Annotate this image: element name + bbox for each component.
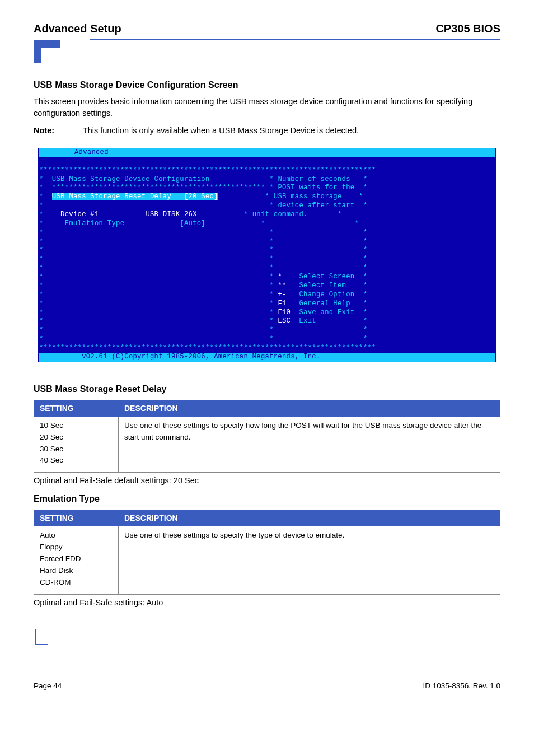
bios-config-title: USB Mass Storage Device Configuration: [52, 175, 210, 183]
section-intro: This screen provides basic information c…: [34, 96, 500, 119]
header-right: CP305 BIOS: [435, 22, 500, 35]
bios-help-2: POST waits for the: [278, 184, 354, 192]
col-description: Description: [119, 400, 500, 416]
note-label: Note:: [34, 126, 81, 135]
note: Note: This function is only available wh…: [34, 126, 500, 135]
bios-tab-advanced: Advanced: [73, 148, 110, 156]
bios-emulation-row[interactable]: Emulation Type [Auto]: [65, 220, 205, 227]
list-item: Forced FDD: [40, 553, 113, 565]
page-footer: Page 44 ID 1035-8356, Rev. 1.0: [34, 682, 500, 690]
svg-rect-1: [41, 48, 67, 69]
bios-device-value: USB DISK 26X: [146, 211, 196, 218]
list-item: 20 Sec: [40, 432, 113, 444]
list-item: 30 Sec: [40, 444, 113, 455]
emulation-settings-cell: Auto Floppy Forced FDD Hard Disk CD-ROM: [34, 526, 119, 595]
list-item: 40 Sec: [40, 455, 113, 466]
bios-help-1: Number of seconds: [278, 175, 350, 183]
header-left: Advanced Setup: [34, 22, 121, 35]
table-reset-delay: Setting Description 10 Sec 20 Sec 30 Sec…: [34, 400, 500, 473]
footer-corner-icon: [34, 629, 500, 648]
table-emulation: Setting Description Auto Floppy Forced F…: [34, 510, 500, 595]
emulation-desc-cell: Use one of these settings to specify the…: [119, 526, 500, 595]
list-item: 10 Sec: [40, 420, 113, 432]
col-description: Description: [119, 510, 500, 526]
reset-delay-desc-cell: Use one of these settings to specify how…: [119, 416, 500, 473]
bios-help-5: unit command.: [252, 211, 308, 218]
bios-device-label: Device #1: [60, 211, 99, 218]
reset-delay-default: Optimal and Fail-Safe default settings: …: [34, 476, 500, 485]
bios-help-3: USB mass storage: [274, 193, 342, 200]
doc-id: ID 1035-8356, Rev. 1.0: [423, 682, 500, 690]
col-setting: Setting: [34, 510, 119, 526]
page-number: Page 44: [34, 682, 62, 690]
section-title-reset-delay: USB Mass Storage Reset Delay: [34, 384, 500, 394]
list-item: Hard Disk: [40, 565, 113, 577]
section-title-emulation: Emulation Type: [34, 494, 500, 504]
list-item: Auto: [40, 530, 113, 542]
bios-help-4: device after start: [278, 202, 354, 209]
brand-logo: [34, 40, 500, 69]
list-item: CD-ROM: [40, 577, 113, 589]
emulation-default: Optimal and Fail-Safe settings: Auto: [34, 598, 500, 607]
reset-delay-settings-cell: 10 Sec 20 Sec 30 Sec 40 Sec: [34, 416, 119, 473]
section-title-config: USB Mass Storage Device Configuration Sc…: [34, 80, 500, 90]
col-setting: Setting: [34, 400, 119, 416]
bios-screen: Advanced *******************************…: [38, 148, 496, 362]
page-header: Advanced Setup CP305 BIOS: [34, 22, 500, 36]
note-text: This function is only available when a U…: [83, 126, 359, 135]
bios-copyright: v02.61 (C)Copyright 1985-2006, American …: [82, 353, 320, 361]
list-item: Floppy: [40, 542, 113, 553]
bios-reset-delay-row[interactable]: USB Mass Storage Reset Delay [20 Sec]: [52, 193, 218, 200]
